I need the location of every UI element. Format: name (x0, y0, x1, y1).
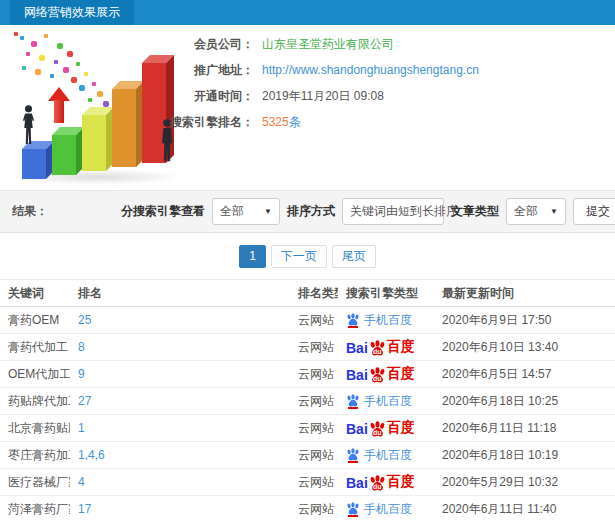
sort-filter-select[interactable]: 关键词由短到长排序 ▼ (342, 198, 444, 225)
rank-type-cell: 云网站 (290, 501, 338, 518)
baidu-paw-icon: du (369, 475, 386, 491)
top-bar: 网络营销效果展示 (0, 0, 615, 25)
keyword-cell: OEM代加工 (0, 366, 70, 383)
promo-url-link[interactable]: http://www.shandonghuangshengtang.cn (262, 63, 479, 78)
keyword-cell: 医疗器械厂家 (0, 474, 70, 491)
rank-link[interactable]: 9 (70, 367, 290, 381)
rank-count-label: 搜索引擎排名： (148, 115, 254, 130)
mobile-baidu-logo: 手机百度 (346, 447, 412, 464)
pagination: 1 下一页 尾页 (0, 233, 615, 279)
header-rank-type: 排名类型 (290, 285, 338, 302)
mobile-baidu-logo: 手机百度 (346, 393, 412, 410)
updated-cell: 2020年6月18日 10:25 (434, 393, 615, 410)
keyword-cell: 枣庄膏药加工 (0, 447, 70, 464)
header-updated: 最新更新时间 (434, 285, 615, 302)
baidu-paw-icon (346, 448, 360, 463)
rank-type-cell: 云网站 (290, 312, 338, 329)
updated-cell: 2020年6月5日 14:57 (434, 366, 615, 383)
mobile-baidu-logo: 手机百度 (346, 501, 412, 518)
company-link[interactable]: 山东皇圣堂药业有限公司 (262, 37, 394, 52)
table-row: OEM代加工 9 云网站 Bai du 百度 2020年6月5日 14:57 (0, 361, 615, 388)
updated-cell: 2020年6月18日 10:19 (434, 447, 615, 464)
rank-type-cell: 云网站 (290, 339, 338, 356)
keyword-cell: 菏泽膏药厂家 (0, 501, 70, 518)
rank-type-cell: 云网站 (290, 420, 338, 437)
baidu-paw-icon: du (369, 340, 386, 356)
article-filter-value: 全部 (514, 203, 538, 220)
rank-link[interactable]: 8 (70, 340, 290, 354)
baidu-paw-icon (346, 502, 360, 517)
rank-count-value: 5325 (262, 115, 289, 129)
engine-cell: Bai du 百度 (338, 365, 434, 383)
page-button-last[interactable]: 尾页 (332, 245, 376, 268)
info-row-rank-count: 搜索引擎排名： 5325条 (148, 115, 479, 130)
baidu-paw-icon: du (369, 421, 386, 437)
table-row: 菏泽膏药厂家 17 云网站 手机百度 2020年6月11日 11:40 (0, 496, 615, 520)
chevron-down-icon: ▼ (550, 207, 558, 216)
engine-filter-select[interactable]: 全部 ▼ (212, 198, 280, 225)
baidu-logo: Bai du 百度 (346, 365, 415, 383)
table-row: 枣庄膏药加工 1,4,6 云网站 手机百度 2020年6月18日 10:19 (0, 442, 615, 469)
table-row: 膏药代加工 8 云网站 Bai du 百度 2020年6月10日 13:40 (0, 334, 615, 361)
chevron-down-icon: ▼ (264, 207, 272, 216)
rank-link[interactable]: 25 (70, 313, 290, 327)
baidu-logo: Bai du 百度 (346, 419, 415, 437)
page-button-current[interactable]: 1 (239, 245, 266, 268)
page-title: 网络营销效果展示 (24, 4, 120, 21)
rank-type-cell: 云网站 (290, 474, 338, 491)
rank-link[interactable]: 17 (70, 502, 290, 516)
submit-button[interactable]: 提交 (573, 198, 615, 225)
rank-type-cell: 云网站 (290, 393, 338, 410)
article-filter-label: 文章类型 (451, 203, 499, 220)
engine-cell: Bai du 百度 (338, 473, 434, 491)
header-rank: 排名 (70, 285, 290, 302)
red-underline (348, 515, 358, 517)
baidu-paw-icon: du (369, 367, 386, 383)
info-row-open-time: 开通时间： 2019年11月20日 09:08 (148, 89, 479, 104)
header-keyword: 关键词 (0, 285, 70, 302)
baidu-paw-icon (346, 394, 360, 409)
article-filter-select[interactable]: 全部 ▼ (506, 198, 566, 225)
keyword-cell: 膏药代加工 (0, 339, 70, 356)
mobile-baidu-logo: 手机百度 (346, 312, 412, 329)
table-header-row: 关键词 排名 排名类型 搜索引擎类型 最新更新时间 (0, 279, 615, 307)
open-time-value: 2019年11月20日 09:08 (262, 89, 384, 104)
confetti-decoration (14, 32, 18, 36)
rank-link[interactable]: 1,4,6 (70, 448, 290, 462)
keyword-cell: 膏药OEM (0, 312, 70, 329)
updated-cell: 2020年6月9日 17:50 (434, 312, 615, 329)
updated-cell: 2020年6月11日 11:40 (434, 501, 615, 518)
red-underline (348, 407, 358, 409)
keyword-cell: 北京膏药贴牌 (0, 420, 70, 437)
businessman-figure-left (20, 105, 37, 149)
result-label: 结果： (12, 203, 48, 220)
engine-cell: 手机百度 (338, 447, 434, 464)
table-row: 医疗器械厂家 4 云网站 Bai du 百度 2020年5月29日 10:32 (0, 469, 615, 496)
engine-cell: 手机百度 (338, 501, 434, 518)
promo-url-label: 推广地址： (148, 63, 254, 78)
red-underline (348, 461, 358, 463)
engine-filter-value: 全部 (220, 203, 244, 220)
engine-cell: 手机百度 (338, 393, 434, 410)
updated-cell: 2020年6月11日 11:18 (434, 420, 615, 437)
open-time-label: 开通时间： (148, 89, 254, 104)
baidu-paw-icon (346, 313, 360, 328)
company-label: 会员公司： (148, 37, 254, 52)
results-table: 关键词 排名 排名类型 搜索引擎类型 最新更新时间 膏药OEM 25 云网站 手… (0, 279, 615, 520)
sort-filter-label: 排序方式 (287, 203, 335, 220)
rank-link[interactable]: 27 (70, 394, 290, 408)
page-button-next[interactable]: 下一页 (271, 245, 327, 268)
table-row: 北京膏药贴牌 1 云网站 Bai du 百度 2020年6月11日 11:18 (0, 415, 615, 442)
info-row-url: 推广地址： http://www.shandonghuangshengtang.… (148, 63, 479, 78)
red-underline (348, 326, 358, 328)
engine-cell: Bai du 百度 (338, 338, 434, 356)
rank-link[interactable]: 1 (70, 421, 290, 435)
rank-type-cell: 云网站 (290, 366, 338, 383)
rank-link[interactable]: 4 (70, 475, 290, 489)
baidu-logo: Bai du 百度 (346, 473, 415, 491)
table-row: 膏药OEM 25 云网站 手机百度 2020年6月9日 17:50 (0, 307, 615, 334)
tab-marketing-effect[interactable]: 网络营销效果展示 (10, 0, 134, 25)
engine-cell: Bai du 百度 (338, 419, 434, 437)
member-info: 会员公司： 山东皇圣堂药业有限公司 推广地址： http://www.shand… (148, 37, 479, 141)
page: 网络营销效果展示 会员公司： 山东皇圣堂药业有限公司 (0, 0, 615, 520)
